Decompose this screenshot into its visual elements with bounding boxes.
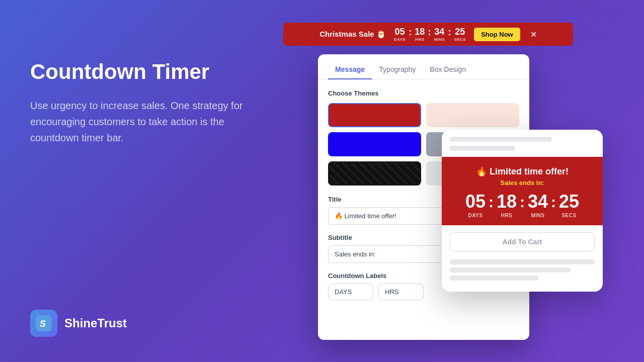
- countdown-bar: Christmas Sale 🎅 05 DAYS : 18 HRS : 34 M…: [283, 23, 573, 46]
- logo-icon: S: [30, 310, 57, 337]
- skeleton-line-4: [450, 267, 571, 273]
- product-sep-3: :: [551, 194, 556, 211]
- product-countdown-card: 🔥 Limited time offer! Sales ends in: 05 …: [442, 157, 603, 225]
- product-secs-num: 25: [559, 193, 579, 211]
- product-skeleton-top: [442, 130, 603, 157]
- product-hrs-num: 18: [497, 193, 517, 211]
- product-mins-block: 34 MINS: [528, 193, 548, 218]
- bar-mins-block: 34 MINS: [434, 27, 445, 42]
- theme-blue-swatch[interactable]: [328, 132, 421, 156]
- product-days-num: 05: [465, 193, 486, 211]
- page-description: Use urgency to increase sales. One strat…: [30, 98, 262, 146]
- product-mins-num: 34: [528, 193, 548, 211]
- product-timer: 05 DAYS : 18 HRS : 34 MINS : 25 SECS: [450, 193, 595, 218]
- product-skeleton-bottom: [442, 259, 603, 281]
- bar-hrs-num: 18: [415, 27, 425, 37]
- product-sep-2: :: [520, 194, 525, 211]
- product-countdown-subtitle: Sales ends in:: [450, 179, 595, 187]
- bar-days-block: 05 DAYS: [394, 27, 406, 42]
- bar-mins-label: MINS: [434, 37, 445, 42]
- tab-typography[interactable]: Typography: [372, 60, 423, 79]
- bar-hrs-label: HRS: [415, 37, 424, 42]
- days-label-input[interactable]: [328, 284, 373, 300]
- svg-text:S: S: [40, 319, 46, 329]
- theme-light-swatch[interactable]: [426, 103, 519, 127]
- product-hrs-label: HRS: [501, 213, 513, 218]
- bar-timer: 05 DAYS : 18 HRS : 34 MINS : 25 SECS: [394, 27, 466, 42]
- bar-title: Christmas Sale 🎅: [319, 30, 386, 39]
- bar-days-num: 05: [395, 27, 405, 37]
- product-secs-block: 25 SECS: [559, 193, 579, 218]
- bar-sep-1: :: [409, 27, 412, 38]
- tab-box-design[interactable]: Box Design: [423, 60, 473, 79]
- product-mins-label: MINS: [531, 213, 545, 218]
- product-secs-label: SECS: [561, 213, 576, 218]
- product-days-label: DAYS: [468, 213, 482, 218]
- skeleton-line-1: [450, 137, 551, 142]
- hrs-label-input[interactable]: [378, 284, 424, 300]
- bar-mins-num: 34: [434, 27, 444, 37]
- bar-sep-3: :: [448, 27, 451, 38]
- product-sep-1: :: [489, 194, 494, 211]
- logo-area: S ShineTrust: [30, 310, 127, 337]
- editor-tabs: Message Typography Box Design: [318, 54, 529, 79]
- product-hrs-block: 18 HRS: [497, 193, 517, 218]
- tab-message[interactable]: Message: [328, 60, 372, 79]
- product-panel: 🔥 Limited time offer! Sales ends in: 05 …: [442, 130, 603, 292]
- theme-red-swatch[interactable]: [328, 103, 421, 127]
- bar-secs-block: 25 SECS: [454, 27, 466, 42]
- page-title: Countdown Timer: [30, 60, 262, 83]
- themes-label: Choose Themes: [328, 89, 519, 97]
- product-days-block: 05 DAYS: [465, 193, 486, 218]
- shop-now-button[interactable]: Shop Now: [474, 28, 520, 41]
- bar-secs-num: 25: [455, 27, 465, 37]
- theme-dark-swatch[interactable]: [328, 161, 421, 186]
- bar-sep-2: :: [428, 27, 431, 38]
- bar-secs-label: SECS: [454, 37, 466, 42]
- skeleton-line-3: [450, 259, 595, 264]
- logo-text: ShineTrust: [64, 316, 127, 330]
- skeleton-line-2: [450, 146, 515, 151]
- add-to-cart-button[interactable]: Add To Cart: [450, 232, 595, 251]
- close-bar-button[interactable]: ✕: [530, 30, 537, 39]
- bar-days-label: DAYS: [394, 37, 406, 42]
- bar-hrs-block: 18 HRS: [415, 27, 425, 42]
- skeleton-line-5: [450, 276, 538, 281]
- left-panel: Countdown Timer Use urgency to increase …: [30, 60, 262, 146]
- product-countdown-title: 🔥 Limited time offer!: [450, 166, 595, 177]
